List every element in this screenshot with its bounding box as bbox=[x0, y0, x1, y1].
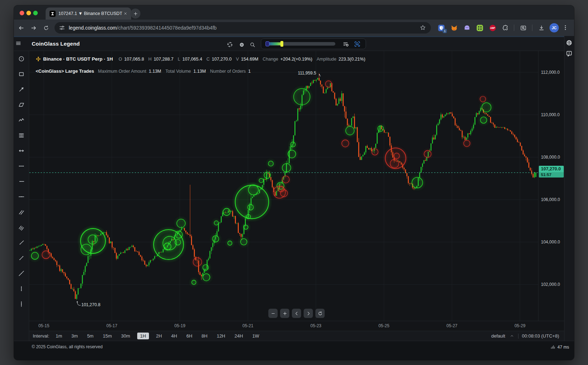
pan-right-button[interactable] bbox=[304, 309, 313, 318]
interval-1m[interactable]: 1m bbox=[53, 333, 64, 339]
parallelogram-tool[interactable] bbox=[18, 101, 25, 108]
address-bar[interactable]: legend.coinglass.com/chart/5923939824144… bbox=[55, 22, 431, 34]
wave-pattern-tool[interactable] bbox=[18, 117, 25, 124]
feedback-icon[interactable] bbox=[566, 50, 573, 58]
pan-left-button[interactable] bbox=[292, 309, 301, 318]
reload-icon[interactable] bbox=[42, 24, 50, 32]
bookmark-star-icon[interactable] bbox=[419, 24, 427, 31]
preset-selector[interactable]: default bbox=[491, 333, 505, 339]
app-body: 111,959.5101,270.8 Binance · BTC USDT Pe… bbox=[14, 51, 574, 341]
line-segment-tool[interactable] bbox=[18, 255, 25, 262]
back-icon[interactable] bbox=[17, 24, 25, 32]
pan-move-icon[interactable] bbox=[226, 40, 234, 49]
horizontal-arrows-tool[interactable] bbox=[18, 147, 25, 154]
tab-search-icon[interactable] bbox=[519, 24, 527, 32]
reset-view-button[interactable] bbox=[315, 309, 325, 318]
high-value: 107,288.7 bbox=[154, 57, 174, 62]
close-value: 107,270.0 bbox=[212, 57, 232, 62]
amplitude-label: Amplitude bbox=[316, 57, 336, 62]
minimize-window-button[interactable] bbox=[26, 11, 31, 15]
filter-settings-icon[interactable] bbox=[342, 40, 350, 48]
price-axis[interactable]: 107,270.0 51:57 112,000.0110,000.0108,00… bbox=[538, 51, 564, 321]
candle-countdown: 51:57 bbox=[539, 172, 564, 178]
interval-5m[interactable]: 5m bbox=[85, 333, 96, 339]
x-axis-label: 05-19 bbox=[172, 323, 188, 328]
change-value: +204.2(+0.19%) bbox=[280, 57, 313, 62]
puzzle-icon[interactable] bbox=[502, 24, 509, 32]
chart-column: 111,959.5101,270.8 Binance · BTC USDT Pe… bbox=[29, 51, 564, 341]
caret-up-icon bbox=[510, 334, 515, 339]
forward-icon[interactable] bbox=[29, 24, 38, 32]
time-axis[interactable]: 05-1505-1705-1905-2105-2305-2505-2705-29 bbox=[29, 321, 564, 331]
close-window-button[interactable] bbox=[20, 11, 24, 15]
x-axis-label: 05-27 bbox=[444, 323, 460, 328]
globe-icon[interactable] bbox=[566, 39, 573, 47]
interval-12H[interactable]: 12H bbox=[215, 333, 227, 339]
window-controls[interactable] bbox=[20, 11, 38, 15]
interval-3m[interactable]: 3m bbox=[69, 333, 80, 339]
horizontal-segment-tool[interactable] bbox=[18, 163, 25, 170]
downloads-icon[interactable] bbox=[537, 24, 546, 32]
search-icon[interactable] bbox=[248, 40, 257, 49]
interval-1H[interactable]: 1H bbox=[137, 333, 149, 339]
new-tab-button[interactable] bbox=[130, 9, 140, 19]
x-axis-label: 05-23 bbox=[308, 323, 324, 328]
slider-handle[interactable] bbox=[280, 41, 283, 47]
rectangle-tool[interactable] bbox=[18, 71, 25, 78]
ellipse-tool[interactable] bbox=[18, 55, 25, 62]
url-text: legend.coinglass.com/chart/5923939824144… bbox=[69, 25, 419, 31]
app-header: CoinGlass Legend bbox=[14, 36, 574, 51]
price-chart[interactable]: 111,959.5101,270.8 bbox=[29, 51, 538, 321]
tab-close-icon[interactable] bbox=[122, 11, 128, 17]
phantom-ghost[interactable] bbox=[463, 24, 471, 32]
interval-8H[interactable]: 8H bbox=[200, 333, 210, 339]
slider-track[interactable] bbox=[265, 42, 335, 46]
interval-6H[interactable]: 6H bbox=[184, 333, 195, 339]
metamask-fox[interactable] bbox=[450, 24, 458, 32]
interval-15m[interactable]: 15m bbox=[100, 333, 114, 339]
x-axis-label: 05-17 bbox=[104, 323, 120, 328]
interval-24H[interactable]: 24H bbox=[232, 333, 245, 339]
browser-menu-icon[interactable] bbox=[562, 24, 569, 31]
ray-tool[interactable] bbox=[18, 239, 25, 246]
slider-min-handle[interactable] bbox=[265, 41, 269, 46]
y-axis-label: 112,000.0 bbox=[541, 70, 560, 75]
last-price-value: 107,270.0 bbox=[539, 166, 564, 172]
interval-2H[interactable]: 2H bbox=[154, 333, 164, 339]
profile-avatar[interactable]: JC bbox=[550, 23, 559, 32]
site-settings-icon[interactable] bbox=[59, 25, 65, 31]
extended-line-tool[interactable] bbox=[18, 270, 25, 277]
chart-nav-buttons bbox=[268, 309, 325, 318]
orders-label: Number of Orders bbox=[210, 69, 246, 74]
maximize-window-button[interactable] bbox=[33, 11, 38, 15]
multi-channel-tool[interactable] bbox=[18, 224, 25, 231]
trend-line-tool[interactable] bbox=[18, 86, 25, 93]
interval-30m[interactable]: 30m bbox=[119, 333, 132, 339]
settings-gear-icon[interactable] bbox=[237, 40, 246, 49]
y-axis-label: 108,000.0 bbox=[541, 154, 560, 160]
latency-icon bbox=[550, 344, 556, 350]
browser-toolbar: legend.coinglass.com/chart/5923939824144… bbox=[14, 20, 574, 36]
zoom-in-button[interactable] bbox=[280, 309, 289, 318]
horizontal-line-tool[interactable] bbox=[18, 193, 25, 200]
vertical-segment-tool[interactable] bbox=[18, 285, 25, 292]
scan-search-icon[interactable] bbox=[353, 40, 361, 48]
menu-icon[interactable] bbox=[15, 40, 24, 48]
green-grid-ext[interactable] bbox=[476, 24, 484, 32]
app-footer: © 2025 CoinGlass, all rights reserved 47… bbox=[14, 341, 574, 360]
y-axis-label: 106,000.0 bbox=[541, 197, 560, 202]
vertical-line-tool[interactable] bbox=[18, 300, 25, 308]
interval-4H[interactable]: 4H bbox=[169, 333, 179, 339]
fib-retracement-tool[interactable] bbox=[18, 132, 25, 139]
interval-1W[interactable]: 1W bbox=[250, 333, 262, 339]
tab-title: 107247.1 ▼ Binance BTCUSDT bbox=[58, 11, 122, 16]
zoom-out-button[interactable] bbox=[268, 309, 278, 318]
horizontal-ray-tool[interactable] bbox=[18, 178, 25, 185]
parallel-channel-tool[interactable] bbox=[18, 209, 25, 216]
shield-ext[interactable]: 1 bbox=[438, 24, 445, 32]
max-order-label: Maximum Order Amount bbox=[98, 69, 146, 74]
coinglass-app: CoinGlass Legend bbox=[14, 36, 574, 360]
adblock-plus[interactable]: ABP bbox=[489, 24, 496, 32]
bubble-scale-slider[interactable] bbox=[261, 38, 366, 49]
browser-tab[interactable]: 107247.1 ▼ Binance BTCUSDT bbox=[46, 7, 131, 20]
